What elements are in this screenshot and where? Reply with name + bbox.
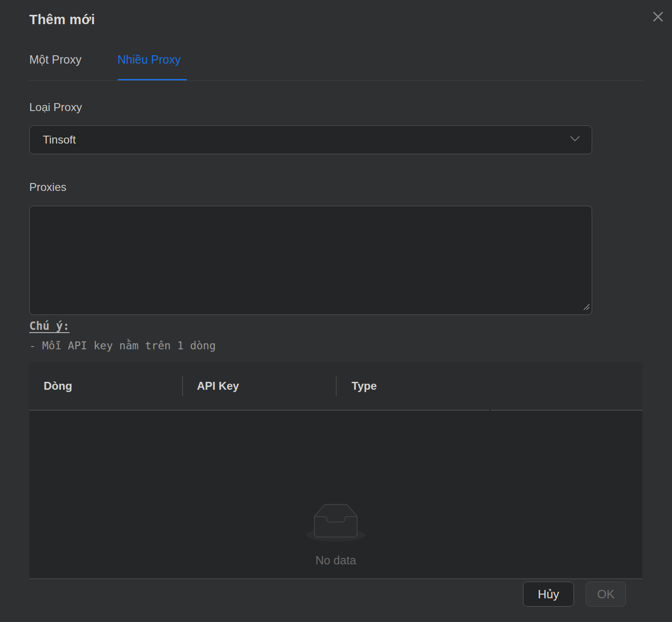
cancel-button[interactable]: Hủy [523, 582, 574, 607]
note-heading: Chú ý: [29, 320, 70, 333]
note-line: - Mỗi API key nằm trên 1 dòng [29, 340, 216, 352]
column-header-dong: Dòng [44, 361, 72, 411]
proxy-type-selected-value: Tinsoft [30, 133, 76, 146]
proxies-input[interactable] [29, 206, 592, 315]
close-button[interactable] [648, 7, 668, 27]
table-body: No data [29, 411, 642, 578]
proxies-textarea-wrap [29, 206, 592, 315]
proxies-label: Proxies [29, 181, 66, 194]
page-title: Thêm mới [29, 12, 95, 27]
tabs-divider [29, 80, 643, 81]
proxy-type-label: Loại Proxy [29, 101, 82, 114]
close-icon [652, 10, 665, 25]
proxies-table: Dòng API Key Type [29, 361, 642, 579]
empty-state: No data [29, 411, 642, 578]
proxy-type-select[interactable]: Tinsoft [29, 125, 592, 154]
column-separator [182, 376, 183, 396]
table-header: Dòng API Key Type [29, 361, 642, 411]
column-header-api-key: API Key [197, 361, 239, 411]
column-header-type: Type [352, 361, 377, 411]
add-new-modal: Thêm mới Một Proxy Nhiều Proxy Loại Prox… [0, 0, 672, 622]
column-separator [336, 376, 337, 396]
table-bottom-border [29, 578, 642, 579]
empty-inbox-icon [306, 504, 365, 543]
tab-mot-proxy[interactable]: Một Proxy [29, 53, 82, 66]
empty-text: No data [315, 554, 356, 567]
chevron-down-icon [569, 135, 581, 144]
ok-button[interactable]: OK [586, 582, 626, 607]
tab-nhieu-proxy[interactable]: Nhiều Proxy [117, 53, 181, 66]
